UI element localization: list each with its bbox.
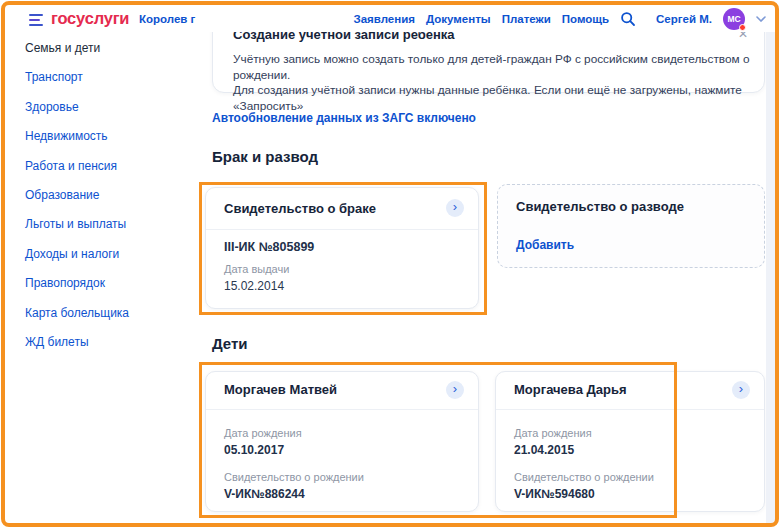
section-heading-marriage: Брак и развод	[212, 148, 318, 165]
divorce-certificate-card: Свидетельство о разводе Добавить	[497, 184, 765, 268]
section-heading-children: Дети	[212, 335, 248, 352]
issue-date-label: Дата выдачи	[224, 263, 289, 275]
notice-body: Учётную запись можно создать только для …	[233, 52, 764, 114]
birth-date-label: Дата рождения	[514, 427, 592, 439]
birth-cert-number: V-ИК№886244	[224, 487, 305, 501]
birth-date-value: 05.10.2017	[224, 443, 284, 457]
divider	[206, 229, 478, 230]
nav-help[interactable]: Помощь	[562, 13, 609, 25]
nav-applications[interactable]: Заявления	[353, 13, 415, 25]
issue-date-value: 15.02.2014	[224, 279, 284, 293]
sidebar-item-law[interactable]: Правопорядок	[5, 269, 205, 298]
chevron-right-icon[interactable]: ›	[446, 381, 464, 399]
sidebar-item-rail-tickets[interactable]: ЖД билеты	[5, 328, 205, 357]
marriage-cert-number: III-ИК №805899	[224, 240, 314, 254]
header-nav: Заявления Документы Платежи Помощь Серге…	[353, 5, 766, 32]
category-sidebar: Семья и дети Транспорт Здоровье Недвижим…	[5, 34, 205, 357]
nav-payments[interactable]: Платежи	[502, 13, 551, 25]
child-card-darya[interactable]: Моргачева Дарья › Дата рождения 21.04.20…	[495, 371, 765, 512]
gosuslugi-logo[interactable]: госуслуги	[51, 9, 129, 28]
child-card-matvey[interactable]: Моргачев Матвей › Дата рождения 05.10.20…	[205, 371, 479, 512]
sidebar-item-taxes[interactable]: Доходы и налоги	[5, 240, 205, 269]
notice-body-line2: Для создания учётной записи нужны данные…	[233, 83, 764, 114]
birth-cert-label: Свидетельство о рождении	[224, 471, 364, 483]
divider	[206, 409, 478, 410]
search-icon[interactable]	[620, 11, 636, 27]
user-menu-name[interactable]: Сергей М.	[656, 13, 712, 25]
notice-body-line1: Учётную запись можно создать только для …	[233, 52, 764, 83]
birth-date-value: 21.04.2015	[514, 443, 574, 457]
scrollbar-track[interactable]	[766, 32, 775, 523]
divider	[496, 409, 764, 410]
birth-cert-number: V-ИК№594680	[514, 487, 595, 501]
top-header: госуслуги Королев г Заявления Документы …	[5, 5, 775, 32]
chevron-right-icon[interactable]: ›	[446, 199, 464, 217]
sidebar-item-work-pension[interactable]: Работа и пенсия	[5, 152, 205, 181]
birth-date-label: Дата рождения	[224, 427, 302, 439]
gosuslugi-documents-page: госуслуги Королев г Заявления Документы …	[0, 0, 780, 528]
sidebar-item-fan-card[interactable]: Карта болельщика	[5, 299, 205, 328]
sidebar-item-transport[interactable]: Транспорт	[5, 63, 205, 92]
sidebar-item-family[interactable]: Семья и дети	[5, 34, 205, 63]
card-title: Свидетельство о разводе	[516, 199, 684, 214]
child-name: Моргачев Матвей	[224, 382, 337, 397]
chevron-down-icon[interactable]	[756, 16, 766, 22]
add-divorce-cert-link[interactable]: Добавить	[516, 238, 574, 252]
chevron-right-icon[interactable]: ›	[732, 381, 750, 399]
marriage-certificate-card[interactable]: Свидетельство о браке › III-ИК №805899 Д…	[205, 187, 479, 309]
sidebar-item-benefits[interactable]: Льготы и выплаты	[5, 210, 205, 239]
location-selector[interactable]: Королев г	[139, 13, 195, 25]
card-title: Свидетельство о браке	[224, 201, 376, 216]
nav-documents[interactable]: Документы	[426, 13, 491, 25]
birth-cert-label: Свидетельство о рождении	[514, 471, 654, 483]
sidebar-item-realty[interactable]: Недвижимость	[5, 122, 205, 151]
notification-dot	[739, 24, 746, 31]
hamburger-menu-icon[interactable]	[29, 14, 43, 26]
sidebar-item-health[interactable]: Здоровье	[5, 93, 205, 122]
sidebar-item-education[interactable]: Образование	[5, 181, 205, 210]
child-name: Моргачева Дарья	[514, 382, 626, 397]
zags-autoupdate-link[interactable]: Автообновление данных из ЗАГС включено	[212, 111, 476, 125]
user-avatar[interactable]: МС	[723, 8, 745, 30]
